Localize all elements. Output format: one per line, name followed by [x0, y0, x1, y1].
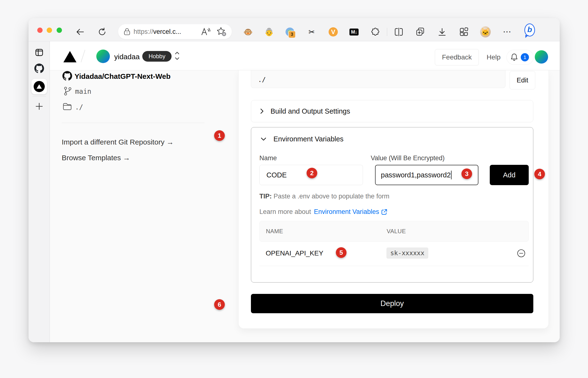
collections-add-icon — [416, 27, 425, 37]
repo-name: Yidadaa/ChatGPT-Next-Web — [74, 72, 171, 81]
plan-badge: Hobby — [142, 51, 172, 62]
breadcrumb-slash — [81, 50, 86, 62]
browser-profile-avatar[interactable]: 🐱 — [480, 27, 491, 37]
split-screen-button[interactable] — [393, 27, 404, 37]
add-env-button[interactable]: Add — [490, 165, 529, 185]
read-aloud-icon[interactable] — [201, 27, 211, 36]
reload-button[interactable] — [97, 27, 107, 37]
vercel-logo[interactable] — [63, 51, 76, 62]
extension-persona-icon[interactable]: 👵 — [264, 27, 274, 37]
folder-icon — [62, 102, 72, 112]
user-avatar[interactable] — [535, 50, 548, 64]
tip-text: TIP: Paste a .env above to populate the … — [259, 193, 389, 200]
github-repo-icon — [62, 71, 72, 82]
team-avatar[interactable] — [96, 50, 110, 63]
chevron-right-icon — [259, 108, 265, 115]
build-settings-label: Build and Output Settings — [271, 107, 350, 115]
env-row-name: OPENAI_API_KEY — [266, 249, 323, 257]
environment-variables-section: Environment Variables Name Value (Will B… — [251, 127, 533, 283]
add-favorite-icon[interactable] — [216, 27, 227, 37]
bing-chat-button[interactable]: b — [524, 25, 535, 35]
back-arrow-icon — [75, 27, 85, 37]
edit-button[interactable]: Edit — [510, 71, 535, 89]
extensions-menu-button[interactable] — [370, 27, 381, 37]
import-repo-link[interactable]: Import a different Git Repository → — [62, 138, 174, 146]
vercel-header: yidadaa Hobby Feedback Help 1 — [50, 41, 560, 70]
github-icon — [34, 64, 44, 73]
name-label: Name — [259, 154, 277, 162]
tab-preview-button[interactable] — [29, 48, 50, 57]
settings-menu-button[interactable]: ··· — [502, 27, 513, 37]
browser-toolbar: https://vercel.c... 🐵 👵 3 ✂ V M↓ — [29, 18, 560, 41]
reload-icon — [98, 27, 107, 37]
vercel-page: yidadaa Hobby Feedback Help 1 — [50, 41, 560, 342]
workspaces-grid-icon — [459, 27, 469, 37]
chevron-down-icon — [260, 136, 267, 142]
extension-clipper-icon[interactable]: ✂ — [306, 27, 317, 37]
notifications-button[interactable]: 1 — [507, 50, 533, 65]
value-label: Value (Will Be Encrypted) — [371, 154, 445, 162]
screen: https://vercel.c... 🐵 👵 3 ✂ V M↓ — [0, 0, 588, 378]
env-section-label: Environment Variables — [273, 135, 344, 143]
back-button[interactable] — [75, 27, 86, 37]
minimize-window-button[interactable] — [47, 27, 52, 33]
root-directory-label: ./ — [75, 103, 83, 111]
download-icon — [437, 27, 447, 37]
zoom-window-button[interactable] — [57, 27, 62, 33]
workspaces-button[interactable] — [459, 27, 469, 37]
lock-icon — [124, 28, 130, 35]
env-docs-link[interactable]: Environment Variables — [314, 208, 379, 216]
left-divider — [62, 123, 204, 123]
address-bar[interactable]: https://vercel.c... — [118, 24, 232, 39]
vertical-tab-strip — [29, 41, 50, 342]
env-table-header: NAME VALUE — [259, 221, 529, 242]
env-section-toggle[interactable]: Environment Variables — [260, 135, 344, 143]
url-text: https://vercel.c... — [134, 28, 181, 36]
deploy-button[interactable]: Deploy — [251, 294, 533, 313]
value-column-header: VALUE — [387, 228, 406, 235]
text-caret — [451, 171, 452, 179]
external-link-icon[interactable] — [381, 209, 387, 215]
bell-icon — [510, 53, 518, 62]
extension-proxy-icon[interactable]: 3 — [285, 27, 295, 37]
bing-icon: b — [524, 24, 535, 37]
proxy-circle-icon: 3 — [286, 27, 294, 36]
annotation-badge-5: 5 — [336, 247, 346, 258]
annotation-badge-3: 3 — [461, 168, 472, 179]
root-directory-input[interactable]: ./ — [251, 70, 505, 88]
extension-tampermonkey-icon[interactable]: 🐵 — [243, 27, 253, 37]
toolbar-divider — [387, 28, 387, 36]
tab-panel-icon — [35, 48, 43, 57]
collections-button[interactable] — [415, 27, 426, 37]
env-row-divider — [259, 266, 529, 266]
extension-vimium-icon[interactable]: V — [328, 27, 339, 37]
notification-count-badge: 1 — [521, 53, 529, 61]
browse-templates-link[interactable]: Browse Templates → — [62, 154, 130, 162]
feedback-button[interactable]: Feedback — [435, 49, 479, 66]
git-branch-icon — [63, 86, 72, 97]
downloads-button[interactable] — [437, 27, 447, 37]
annotation-badge-4: 4 — [534, 169, 545, 179]
ellipsis-icon: ··· — [503, 28, 512, 36]
team-name[interactable]: yidadaa — [114, 53, 140, 61]
annotation-badge-2: 2 — [307, 168, 317, 178]
remove-env-button[interactable] — [517, 249, 526, 259]
browser-window: https://vercel.c... 🐵 👵 3 ✂ V M↓ — [29, 18, 560, 342]
annotation-badge-6: 6 — [214, 299, 225, 310]
close-window-button[interactable] — [37, 27, 43, 33]
annotation-badge-1: 1 — [214, 130, 225, 141]
team-switcher[interactable] — [174, 50, 181, 63]
tab-vercel-active[interactable] — [31, 79, 47, 94]
new-tab-button[interactable] — [29, 102, 50, 110]
url-host: vercel.c... — [153, 28, 181, 35]
help-link[interactable]: Help — [487, 54, 501, 61]
tab-github[interactable] — [29, 64, 50, 73]
extension-markdown-icon[interactable]: M↓ — [349, 27, 359, 37]
tabstrip-divider — [32, 96, 46, 97]
profile-photo: 🐱 — [480, 26, 491, 38]
proxy-count-badge: 3 — [288, 31, 296, 38]
minus-circle-icon — [517, 249, 526, 258]
split-screen-icon — [394, 27, 403, 37]
browser-body: yidadaa Hobby Feedback Help 1 — [29, 41, 560, 342]
build-settings-section[interactable]: Build and Output Settings — [251, 100, 533, 122]
